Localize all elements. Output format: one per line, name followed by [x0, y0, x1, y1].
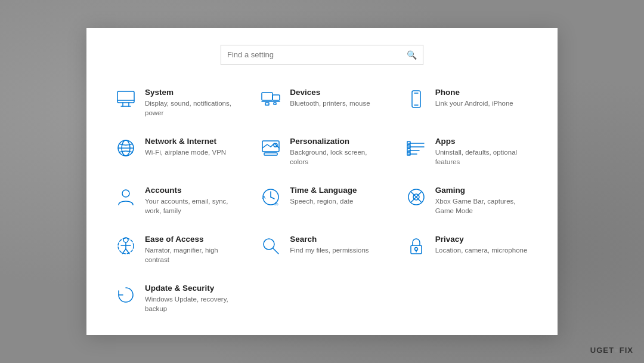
privacy-icon [405, 236, 427, 256]
ease-desc: Narrator, magnifier, high contrast [145, 245, 239, 264]
accounts-title: Accounts [145, 186, 239, 195]
accounts-desc: Your accounts, email, sync, work, family [145, 196, 239, 216]
svg-text:A: A [262, 195, 266, 200]
svg-text:あ: あ [274, 201, 278, 206]
watermark-separator: ■ [614, 346, 620, 355]
phone-icon [405, 89, 427, 109]
svg-line-44 [273, 248, 278, 254]
ease-icon [115, 236, 137, 256]
devices-desc: Bluetooth, printers, mouse [290, 99, 370, 108]
system-title: System [145, 88, 239, 97]
devices-icon [260, 89, 281, 109]
search-setting-icon [260, 236, 281, 256]
gaming-title: Gaming [435, 186, 529, 195]
phone-desc: Link your Android, iPhone [435, 99, 513, 108]
gaming-icon [405, 187, 427, 207]
setting-privacy[interactable]: Privacy Location, camera, microphone [395, 225, 540, 274]
search-bar-area: 🔍 [86, 45, 558, 65]
time-text: Time & Language Speech, region, date [290, 186, 357, 206]
system-icon [115, 89, 137, 109]
watermark-text1: UGET [590, 346, 614, 355]
phone-text: Phone Link your Android, iPhone [435, 88, 513, 108]
personalization-title: Personalization [290, 137, 383, 146]
setting-network[interactable]: Network & Internet Wi-Fi, airplane mode,… [104, 127, 249, 176]
ease-title: Ease of Access [145, 235, 239, 244]
personalization-text: Personalization Background, lock screen,… [290, 137, 383, 167]
apps-title: Apps [435, 137, 529, 146]
setting-phone[interactable]: Phone Link your Android, iPhone [395, 78, 540, 127]
network-text: Network & Internet Wi-Fi, airplane mode,… [145, 137, 226, 157]
svg-rect-9 [274, 103, 276, 104]
watermark: UGET■FIX [590, 346, 633, 355]
network-title: Network & Internet [145, 137, 226, 146]
svg-rect-45 [411, 245, 422, 254]
search-text: Search Find my files, permissions [290, 235, 369, 255]
time-title: Time & Language [290, 186, 357, 195]
phone-title: Phone [435, 88, 513, 97]
devices-title: Devices [290, 88, 370, 97]
personalization-desc: Background, lock screen, colors [290, 147, 383, 167]
privacy-desc: Location, camera, microphone [435, 245, 528, 255]
setting-accounts[interactable]: Accounts Your accounts, email, sync, wor… [104, 176, 249, 225]
search-title: Search [290, 235, 369, 244]
setting-gaming[interactable]: Gaming Xbox Game Bar, captures, Game Mod… [395, 176, 540, 225]
apps-text: Apps Uninstall, defaults, optional featu… [435, 137, 529, 167]
time-desc: Speech, region, date [290, 196, 357, 206]
svg-line-30 [271, 197, 274, 199]
settings-grid: System Display, sound, notifications, po… [86, 78, 558, 324]
search-bar-container[interactable]: 🔍 [221, 45, 423, 65]
settings-window: 🔍 System Display, sound, notifications, … [86, 28, 558, 336]
ease-text: Ease of Access Narrator, magnifier, high… [145, 235, 239, 264]
update-title: Update & Security [145, 284, 239, 293]
svg-point-27 [122, 190, 129, 197]
svg-rect-0 [117, 91, 134, 103]
accounts-icon [115, 187, 137, 207]
update-text: Update & Security Windows Update, recove… [145, 284, 239, 313]
search-input[interactable] [227, 50, 403, 59]
system-text: System Display, sound, notifications, po… [145, 88, 239, 118]
personalization-icon [260, 138, 281, 158]
svg-rect-5 [262, 93, 273, 100]
privacy-text: Privacy Location, camera, microphone [435, 235, 528, 255]
devices-text: Devices Bluetooth, printers, mouse [290, 88, 370, 108]
accounts-text: Accounts Your accounts, email, sync, wor… [145, 186, 239, 216]
setting-system[interactable]: System Display, sound, notifications, po… [104, 78, 249, 127]
setting-update[interactable]: Update & Security Windows Update, recove… [104, 274, 249, 323]
setting-time[interactable]: A あ Time & Language Speech, region, date [249, 176, 394, 225]
system-desc: Display, sound, notifications, power [145, 99, 239, 118]
setting-personalization[interactable]: Personalization Background, lock screen,… [249, 127, 394, 176]
network-desc: Wi-Fi, airplane mode, VPN [145, 147, 226, 157]
svg-rect-18 [264, 153, 277, 155]
setting-search[interactable]: Search Find my files, permissions [249, 225, 394, 274]
update-icon [115, 285, 137, 305]
setting-ease[interactable]: Ease of Access Narrator, magnifier, high… [104, 225, 249, 274]
svg-rect-6 [273, 95, 280, 100]
svg-point-43 [264, 239, 274, 250]
setting-devices[interactable]: Devices Bluetooth, printers, mouse [249, 78, 394, 127]
gaming-text: Gaming Xbox Game Bar, captures, Game Mod… [435, 186, 529, 216]
search-icon: 🔍 [407, 50, 417, 60]
gaming-desc: Xbox Game Bar, captures, Game Mode [435, 196, 529, 216]
apps-icon [405, 138, 427, 158]
apps-desc: Uninstall, defaults, optional features [435, 147, 529, 167]
watermark-text2: FIX [620, 346, 633, 355]
time-icon: A あ [260, 187, 281, 207]
search-desc: Find my files, permissions [290, 245, 369, 255]
privacy-title: Privacy [435, 235, 528, 244]
update-desc: Windows Update, recovery, backup [145, 294, 239, 313]
network-icon [115, 138, 137, 158]
setting-apps[interactable]: Apps Uninstall, defaults, optional featu… [395, 127, 540, 176]
svg-rect-8 [265, 103, 269, 105]
